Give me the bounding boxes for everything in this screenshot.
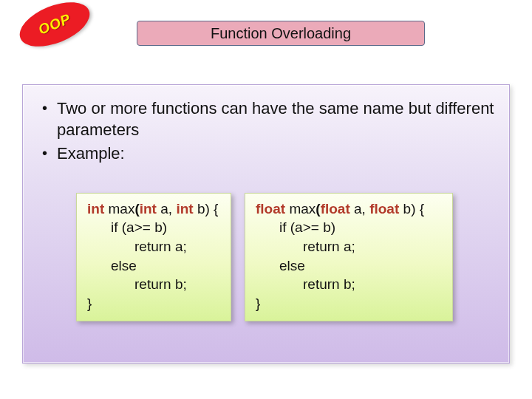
code-text: b xyxy=(197,201,205,216)
code-line: else xyxy=(256,256,442,276)
code-box-int: int max(int a, int b) { if (a>= b) retur… xyxy=(76,193,231,321)
code-text: else xyxy=(111,258,137,273)
code-line: float max(float a, float b) { xyxy=(256,200,442,219)
code-text: max xyxy=(289,201,316,216)
code-text: if (a>= b) xyxy=(279,219,335,235)
code-text: } xyxy=(87,296,92,311)
code-text: a xyxy=(160,201,168,216)
keyword: int xyxy=(176,201,193,216)
code-line: if (a>= b) xyxy=(256,218,442,237)
slide-title: Function Overloading xyxy=(137,21,425,46)
code-text: , xyxy=(362,201,370,216)
code-text: } xyxy=(256,296,260,311)
code-line: } xyxy=(87,294,220,313)
code-text: return a; xyxy=(303,239,355,254)
bullet-list: Two or more functions can have the same … xyxy=(38,98,494,165)
code-line: return a; xyxy=(87,237,220,256)
keyword: int xyxy=(140,201,157,216)
code-text: b xyxy=(403,201,412,216)
code-row: int max(int a, int b) { if (a>= b) retur… xyxy=(38,193,494,321)
code-line: } xyxy=(256,294,442,313)
code-box-float: float max(float a, float b) { if (a>= b)… xyxy=(245,193,453,321)
code-line: return a; xyxy=(256,237,442,256)
code-text: else xyxy=(279,258,305,273)
keyword: int xyxy=(87,201,104,216)
keyword: float xyxy=(321,201,350,216)
code-line: return b; xyxy=(87,275,220,294)
bullet-item: Two or more functions can have the same … xyxy=(38,98,494,140)
slide-title-text: Function Overloading xyxy=(211,25,351,42)
code-line: return b; xyxy=(256,275,442,294)
code-text: ) { xyxy=(205,201,218,216)
code-line: if (a>= b) xyxy=(87,218,220,237)
code-text: return b; xyxy=(134,276,187,292)
code-text: return b; xyxy=(303,276,355,292)
content-panel: Two or more functions can have the same … xyxy=(22,84,510,364)
code-text: return a; xyxy=(134,239,187,254)
code-line: int max(int a, int b) { xyxy=(87,200,220,219)
code-line: else xyxy=(87,256,220,276)
code-text: a xyxy=(354,201,362,216)
keyword: float xyxy=(256,201,285,216)
oop-badge-text: OOP xyxy=(36,10,73,38)
oop-badge: OOP xyxy=(13,0,95,55)
code-text: ) { xyxy=(411,201,424,216)
bullet-item: Example: xyxy=(38,143,494,165)
code-text: max xyxy=(109,201,135,216)
keyword: float xyxy=(369,201,399,216)
code-text: , xyxy=(168,201,177,216)
code-text: if (a>= b) xyxy=(111,219,167,235)
